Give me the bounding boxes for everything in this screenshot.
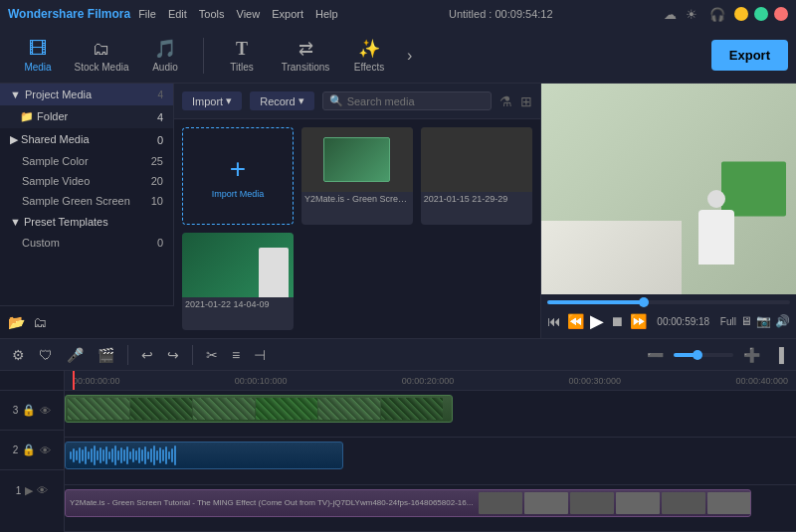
folder-icon: 📁 bbox=[20, 110, 34, 122]
window-controls: ☁ ☀ 🎧 bbox=[664, 7, 788, 22]
menu-bar: File Edit Tools View Export Help bbox=[138, 8, 337, 20]
import-button[interactable]: Import ▾ bbox=[182, 91, 242, 110]
stop-button[interactable]: ⏹ bbox=[610, 313, 624, 329]
zoom-in-icon[interactable]: ➕ bbox=[739, 345, 764, 365]
frame-forward-button[interactable]: ⏩ bbox=[630, 313, 647, 329]
custom-count: 0 bbox=[157, 237, 163, 249]
frame-back-button[interactable]: ⏪ bbox=[567, 313, 584, 329]
sidebar-item-shared-media[interactable]: ▶ Shared Media 0 bbox=[0, 128, 173, 151]
menu-help[interactable]: Help bbox=[315, 8, 338, 20]
close-button[interactable] bbox=[774, 7, 788, 21]
menu-tools[interactable]: Tools bbox=[199, 8, 225, 20]
search-box: 🔍 bbox=[322, 91, 492, 110]
preview-controls: ⏮ ⏪ ▶ ⏹ ⏩ 00:00:59:18 Full 🖥 📷 🔊 bbox=[541, 294, 796, 338]
chevron-down-icon: ▼ bbox=[10, 89, 21, 100]
new-folder-icon[interactable]: 🗂 bbox=[33, 314, 47, 330]
record-button[interactable]: Record ▾ bbox=[250, 91, 313, 110]
tab-media[interactable]: 🎞 Media bbox=[8, 32, 68, 80]
playback-progress[interactable] bbox=[547, 300, 790, 304]
headphones-icon[interactable]: 🎧 bbox=[709, 7, 725, 22]
lock-icon-2[interactable]: 🔒 bbox=[22, 443, 36, 456]
sidebar-item-sample-green[interactable]: Sample Green Screen 10 bbox=[0, 191, 173, 211]
import-dropdown-icon: ▾ bbox=[226, 94, 232, 107]
menu-file[interactable]: File bbox=[138, 8, 156, 20]
quality-controls: Full 🖥 📷 🔊 bbox=[720, 314, 790, 328]
track-row-3 bbox=[65, 391, 796, 438]
tab-titles[interactable]: T Titles bbox=[212, 32, 272, 80]
ripple-icon[interactable]: ≡ bbox=[228, 345, 244, 365]
import-media-label: Import Media bbox=[212, 189, 265, 199]
sun-icon[interactable]: ☀ bbox=[686, 7, 697, 22]
timeline-settings-icon[interactable]: ▐ bbox=[770, 345, 788, 365]
couch-area bbox=[541, 221, 682, 294]
cut-icon[interactable]: ✂ bbox=[202, 345, 222, 365]
volume-icon[interactable]: 🔊 bbox=[775, 314, 790, 328]
split-icon[interactable]: ⊣ bbox=[250, 345, 270, 365]
grid-view-icon[interactable]: ⊞ bbox=[520, 93, 532, 109]
chevron-down-icon-2: ▼ bbox=[10, 216, 21, 228]
film-icon[interactable]: 🎬 bbox=[94, 345, 118, 365]
menu-edit[interactable]: Edit bbox=[168, 8, 187, 20]
eye-icon-3[interactable]: 👁 bbox=[40, 405, 51, 417]
control-row: ⏮ ⏪ ▶ ⏹ ⏩ 00:00:59:18 Full 🖥 📷 🔊 bbox=[547, 310, 790, 332]
tab-stock-media[interactable]: 🗂 Stock Media bbox=[72, 32, 131, 80]
timeline-content: 3 🔒 👁 2 🔒 👁 1 ▶ 👁 00:00:00:00 00:00:10:0… bbox=[0, 371, 796, 532]
track-2-clip[interactable]: // Generate waveform bars inline const h… bbox=[65, 442, 343, 469]
undo-icon[interactable]: ↩ bbox=[137, 345, 157, 365]
redo-icon[interactable]: ↪ bbox=[163, 345, 183, 365]
ruler-mark-0: 00:00:00:00 bbox=[73, 376, 120, 386]
ruler-spacer bbox=[0, 371, 64, 391]
media-item-thumb2[interactable]: 2021-01-15 21-29-29 bbox=[421, 127, 532, 225]
sidebar-item-preset-templates[interactable]: ▼ Preset Templates bbox=[0, 211, 173, 233]
sidebar-item-sample-color[interactable]: Sample Color 25 bbox=[0, 151, 173, 171]
menu-export[interactable]: Export bbox=[272, 8, 303, 20]
shield-icon[interactable]: 🛡 bbox=[35, 345, 57, 365]
track-3-clip[interactable] bbox=[65, 395, 453, 423]
camera-snap-icon[interactable]: 📷 bbox=[756, 314, 771, 328]
media-grid: + Import Media Y2Mate.is - Green Scree..… bbox=[174, 119, 540, 338]
media-item-thumb3[interactable]: 2021-01-22 14-04-09 bbox=[182, 233, 294, 330]
tab-effects[interactable]: ✨ Effects bbox=[339, 32, 399, 80]
ruler-mark-2: 00:00:20:000 bbox=[402, 376, 455, 386]
quality-select[interactable]: Full bbox=[720, 316, 736, 327]
minimize-button[interactable] bbox=[734, 7, 748, 21]
media-panel: Import ▾ Record ▾ 🔍 ⚗ ⊞ + Import Media bbox=[174, 84, 540, 338]
skip-back-button[interactable]: ⏮ bbox=[547, 313, 561, 329]
sidebar-item-project-media[interactable]: ▼ Project Media 4 bbox=[0, 84, 173, 105]
eye-icon-1[interactable]: 👁 bbox=[37, 484, 48, 496]
track-1-clip[interactable]: Y2Mate.is - Green Screen Tutorial - The … bbox=[65, 489, 751, 517]
progress-handle[interactable] bbox=[639, 297, 649, 307]
tab-transitions-label: Transitions bbox=[282, 62, 330, 73]
lock-icon-3[interactable]: 🔒 bbox=[22, 404, 36, 417]
sidebar-item-sample-video[interactable]: Sample Video 20 bbox=[0, 171, 173, 191]
play-icon-1[interactable]: ▶ bbox=[25, 484, 33, 497]
export-button[interactable]: Export bbox=[711, 40, 788, 71]
playback-controls: ⏮ ⏪ ▶ ⏹ ⏩ bbox=[547, 310, 647, 332]
zoom-slider[interactable] bbox=[674, 353, 733, 357]
zoom-out-icon[interactable]: ➖ bbox=[643, 345, 668, 365]
play-button[interactable]: ▶ bbox=[590, 310, 604, 332]
filter-icon[interactable]: ⚗ bbox=[499, 93, 512, 109]
eye-icon-2[interactable]: 👁 bbox=[40, 444, 51, 456]
more-tabs-button[interactable]: › bbox=[407, 47, 412, 65]
add-folder-icon[interactable]: 📂 bbox=[8, 314, 25, 330]
progress-fill bbox=[547, 300, 645, 304]
sidebar-item-custom[interactable]: Custom 0 bbox=[0, 233, 173, 253]
search-input[interactable] bbox=[347, 95, 485, 107]
menu-view[interactable]: View bbox=[237, 8, 261, 20]
project-media-count: 4 bbox=[157, 89, 163, 100]
maximize-button[interactable] bbox=[754, 7, 768, 21]
track-row-2: // Generate waveform bars inline const h… bbox=[65, 438, 796, 484]
media-item-thumb1[interactable]: Y2Mate.is - Green Scree... bbox=[301, 127, 413, 225]
mic-icon[interactable]: 🎤 bbox=[63, 345, 88, 365]
settings-icon[interactable]: ⚙ bbox=[8, 345, 29, 365]
tab-audio[interactable]: 🎵 Audio bbox=[135, 32, 195, 80]
track-ctrl-1: 1 ▶ 👁 bbox=[0, 470, 64, 510]
person-silhouette bbox=[692, 190, 741, 289]
tl-separator-2 bbox=[192, 345, 193, 365]
cloud-icon[interactable]: ☁ bbox=[664, 7, 677, 22]
tab-transitions[interactable]: ⇄ Transitions bbox=[276, 32, 335, 80]
sidebar-item-folder[interactable]: 📁 Folder 4 bbox=[0, 105, 173, 128]
monitor-icon[interactable]: 🖥 bbox=[740, 314, 752, 328]
import-media-button[interactable]: + Import Media bbox=[182, 127, 294, 225]
